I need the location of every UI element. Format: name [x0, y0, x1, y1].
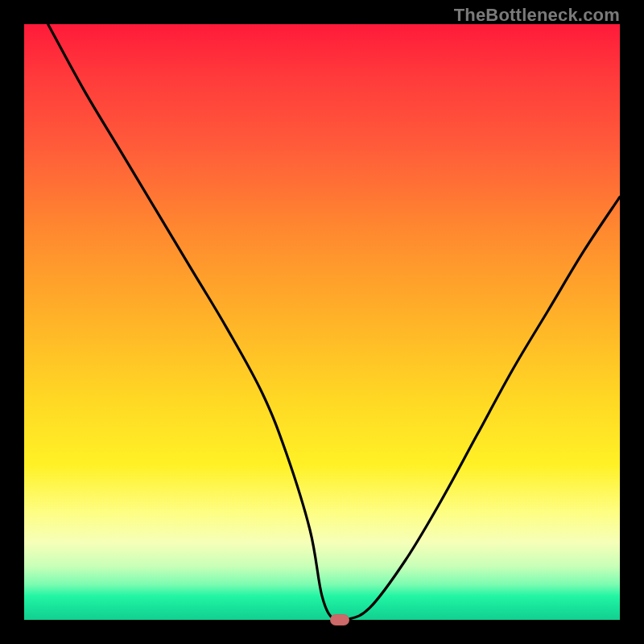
- attribution-label: TheBottleneck.com: [454, 5, 620, 26]
- plot-area: [24, 24, 620, 620]
- chart-frame: TheBottleneck.com: [0, 0, 644, 644]
- bottleneck-curve: [24, 24, 620, 620]
- optimum-marker: [330, 614, 349, 625]
- curve-path: [48, 24, 620, 620]
